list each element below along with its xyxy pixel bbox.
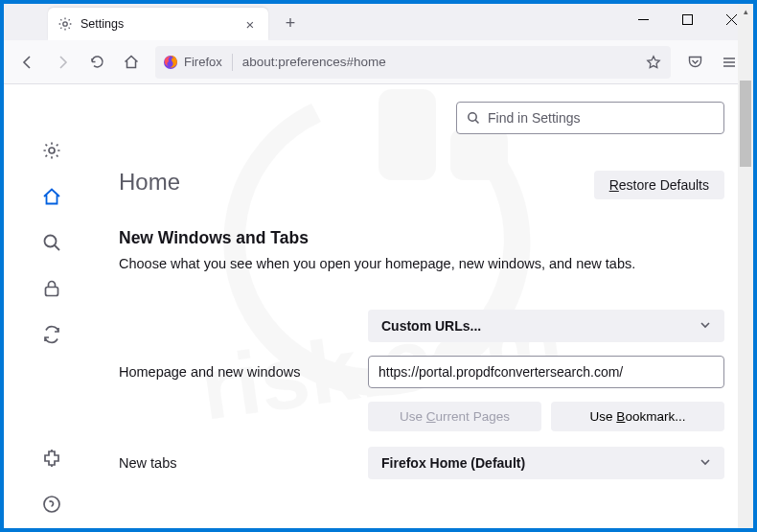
- homepage-url-input[interactable]: [368, 356, 724, 388]
- section-subheading: New Windows and Tabs: [119, 228, 724, 248]
- reload-button[interactable]: [80, 46, 113, 79]
- scrollbar-track[interactable]: ▴: [738, 84, 753, 528]
- homepage-label: Homepage and new windows: [119, 364, 368, 380]
- toolbar: Firefox about:preferences#home: [4, 40, 753, 84]
- url-bar[interactable]: Firefox about:preferences#home: [155, 46, 671, 79]
- dropdown-value: Firefox Home (Default): [381, 455, 525, 471]
- homepage-mode-dropdown[interactable]: Custom URLs...: [368, 310, 724, 342]
- svg-point-3: [63, 22, 67, 26]
- newtabs-mode-dropdown[interactable]: Firefox Home (Default): [368, 447, 724, 479]
- close-icon[interactable]: ×: [241, 15, 259, 33]
- svg-point-9: [44, 497, 59, 512]
- chevron-down-icon: [700, 455, 711, 471]
- browser-tab[interactable]: Settings ×: [48, 8, 268, 40]
- sidebar-extensions-icon[interactable]: [41, 448, 62, 469]
- use-bookmark-button[interactable]: Use Bookmark...: [551, 402, 724, 431]
- firefox-logo-icon: [163, 55, 178, 70]
- url-text: about:preferences#home: [242, 55, 638, 69]
- svg-rect-8: [46, 288, 58, 296]
- url-separator: [232, 54, 233, 71]
- main-content: Find in Settings Home Restore Defaults N…: [100, 84, 753, 528]
- find-in-settings-input[interactable]: Find in Settings: [456, 102, 724, 134]
- page-heading: Home: [119, 169, 180, 196]
- newtabs-label: New tabs: [119, 455, 368, 471]
- home-button[interactable]: [115, 46, 148, 79]
- chevron-down-icon: [700, 318, 711, 334]
- sidebar-privacy-icon[interactable]: [41, 278, 62, 299]
- tab-title: Settings: [80, 17, 234, 31]
- url-identity-label: Firefox: [184, 55, 222, 69]
- section-description: Choose what you see when you open your h…: [119, 256, 724, 271]
- settings-page: Find in Settings Home Restore Defaults N…: [4, 84, 753, 528]
- sidebar-home-icon[interactable]: [41, 186, 62, 207]
- svg-point-10: [469, 113, 476, 121]
- gear-icon: [57, 16, 73, 32]
- svg-point-7: [45, 236, 57, 247]
- forward-button[interactable]: [46, 46, 79, 79]
- minimize-button[interactable]: [621, 4, 665, 35]
- back-button[interactable]: [11, 46, 44, 79]
- dropdown-value: Custom URLs...: [381, 318, 481, 334]
- svg-point-6: [49, 148, 55, 153]
- titlebar: Settings × +: [4, 4, 753, 40]
- search-icon: [467, 111, 480, 125]
- bookmark-star-icon[interactable]: [644, 53, 663, 72]
- scrollbar-thumb[interactable]: [740, 84, 751, 167]
- sidebar: [4, 84, 100, 528]
- sidebar-sync-icon[interactable]: [41, 324, 62, 345]
- svg-rect-4: [682, 14, 692, 24]
- sidebar-help-icon[interactable]: [41, 494, 62, 515]
- maximize-button[interactable]: [665, 4, 709, 35]
- pocket-button[interactable]: [678, 46, 711, 79]
- search-placeholder: Find in Settings: [488, 110, 581, 126]
- sidebar-general-icon[interactable]: [41, 140, 62, 161]
- use-current-pages-button[interactable]: Use Current Pages: [368, 402, 541, 431]
- sidebar-search-icon[interactable]: [41, 232, 62, 253]
- restore-defaults-button[interactable]: Restore Defaults: [594, 171, 724, 199]
- new-tab-button[interactable]: +: [276, 9, 305, 37]
